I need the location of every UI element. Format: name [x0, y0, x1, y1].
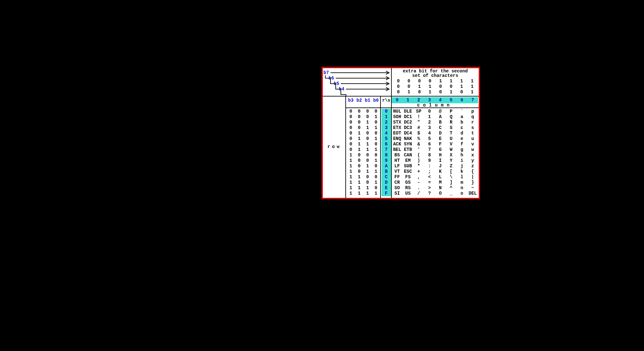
char-cell: Z	[446, 163, 457, 169]
table-row: 10008BSCAN(8HXhx	[347, 152, 478, 158]
char-cell: EOT	[392, 131, 403, 136]
char-cell: g	[457, 147, 467, 152]
char-cell: |	[467, 174, 478, 180]
char-cell: }	[467, 180, 478, 185]
char-cell: ~	[467, 185, 478, 191]
bit-cell: 0	[363, 114, 372, 120]
char-cell: v	[467, 142, 478, 147]
hex-index-cell: F	[381, 191, 391, 196]
bit-value-cell: 0	[435, 89, 446, 95]
table-row: 01004EOTDC4$4DTdt	[347, 131, 478, 136]
char-cell: %	[413, 136, 424, 142]
char-cell: a	[457, 114, 467, 120]
char-cell: <	[424, 174, 435, 180]
bit-label-b3: b3	[347, 98, 355, 103]
char-cell: K	[435, 169, 446, 174]
bit-cell: 0	[355, 109, 363, 114]
char-cell: ACK	[392, 142, 403, 147]
char-cell: {	[467, 169, 478, 174]
char-cell: d	[457, 131, 467, 136]
bit-value-cell: 1	[404, 89, 414, 95]
char-cell: f	[457, 142, 467, 147]
char-cell: O	[435, 191, 446, 196]
char-cell: ETX	[392, 125, 403, 131]
char-cell: 0	[424, 109, 435, 114]
char-cell: G	[435, 147, 446, 152]
char-cell: I	[435, 158, 446, 163]
char-cell: SYN	[403, 142, 414, 147]
char-cell: .	[413, 185, 424, 191]
bit-value-cell: 0	[404, 79, 414, 84]
char-cell: i	[457, 158, 467, 163]
char-cell: R	[446, 120, 457, 125]
bit-cell: 1	[363, 147, 372, 152]
char-cell: STX	[392, 120, 403, 125]
bit-cell: 0	[372, 174, 380, 180]
char-cell: GS	[403, 180, 414, 185]
bit-cell: 0	[355, 169, 363, 174]
table-row: 01106ACKSYN&6FVfv	[347, 142, 478, 147]
char-cell: !	[413, 114, 424, 120]
hex-index-cell: C	[381, 174, 391, 180]
column-header-row: b3 b2 b1 b0 r\s 01234567 column	[323, 97, 479, 107]
char-cell: n	[457, 185, 467, 191]
bit-cell: 0	[363, 109, 372, 114]
bit-cell: 1	[355, 131, 363, 136]
char-cell: ^	[446, 185, 457, 191]
bit-cell: 0	[363, 180, 372, 185]
bit-value-cell: 0	[446, 84, 457, 89]
char-cell: )	[413, 158, 424, 163]
ascii-table-panel: b7 b6 b5	[322, 67, 480, 199]
data-rows: 00000NULDLESP0@P`p00011SOHDC1!1AQaq00102…	[347, 109, 478, 196]
bit-value-cell: 0	[414, 89, 425, 95]
bit-cell: 0	[372, 152, 380, 158]
bit-cell: 0	[372, 142, 380, 147]
char-cell: EM	[403, 158, 414, 163]
char-cell: ETB	[403, 147, 414, 152]
bit-cell: 1	[347, 180, 355, 185]
bit-cell: 0	[372, 185, 380, 191]
bit-values-b7: 00001111	[393, 79, 477, 84]
char-cell: w	[467, 147, 478, 152]
bit-cell: 1	[363, 191, 372, 196]
char-cell: SOH	[392, 114, 403, 120]
char-cell: RS	[403, 185, 414, 191]
bit-value-cell: 0	[425, 79, 435, 84]
table-row: 00113ETXDC3#3CScs	[347, 125, 478, 131]
bit-values-b6: 00110011	[393, 84, 477, 89]
bit-cell: 0	[363, 131, 372, 136]
bit-cell: 1	[363, 163, 372, 169]
char-cell: (	[413, 152, 424, 158]
char-cell: S	[446, 125, 457, 131]
bit-cell: 0	[347, 131, 355, 136]
bit-value-cell: 1	[446, 89, 457, 95]
bit-cell: 1	[355, 174, 363, 180]
char-cell: ENQ	[392, 136, 403, 142]
table-row: 1110ESORS.>N^n~	[347, 185, 478, 191]
bit-label-b1: b1	[363, 98, 372, 103]
char-cell: :	[424, 163, 435, 169]
char-cell: z	[467, 163, 478, 169]
bit-cell: 0	[355, 120, 363, 125]
char-cell: J	[435, 163, 446, 169]
bit-cell: 0	[347, 147, 355, 152]
table-row: 01015ENQNAK%5EUeu	[347, 136, 478, 142]
table-row: 00000NULDLESP0@P`p	[347, 109, 478, 114]
char-cell: e	[457, 136, 467, 142]
hex-index-cell: 7	[381, 147, 391, 152]
bit-value-cell: 1	[414, 84, 425, 89]
char-cell: m	[457, 180, 467, 185]
divider-line	[391, 68, 392, 96]
bit-cell: 0	[363, 174, 372, 180]
row-col-corner-label: r\s	[381, 98, 391, 103]
bit-value-cell: 1	[457, 84, 467, 89]
char-cell: b	[457, 120, 467, 125]
bit-cell: 0	[355, 114, 363, 120]
bit-value-cell: 0	[393, 84, 404, 89]
staircase-icon	[323, 69, 349, 96]
bit-value-cell: 1	[425, 84, 435, 89]
ascii-grid: row 00000NULDLESP0@P`p00011SOHDC1!1AQaq0…	[323, 109, 479, 198]
table-row: 10019HTEM)9IYiy	[347, 158, 478, 163]
char-cell: "	[413, 120, 424, 125]
hex-index-cell: 6	[381, 142, 391, 147]
